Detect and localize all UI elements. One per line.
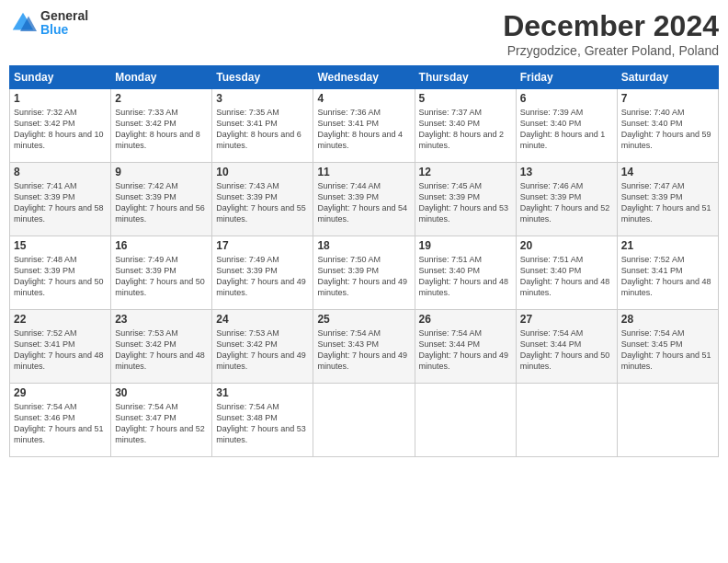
day-cell-18: 18 Sunrise: 7:50 AM Sunset: 3:39 PM Dayl…	[313, 236, 415, 310]
location-title: Przygodzice, Greater Poland, Poland	[503, 43, 719, 58]
day-cell-22: 22 Sunrise: 7:52 AM Sunset: 3:41 PM Dayl…	[10, 310, 111, 384]
day-cell-3: 3 Sunrise: 7:35 AM Sunset: 3:41 PM Dayli…	[212, 89, 313, 163]
calendar-week-2: 8 Sunrise: 7:41 AM Sunset: 3:39 PM Dayli…	[10, 163, 719, 236]
day-number: 28	[621, 313, 714, 326]
day-number: 17	[216, 239, 309, 252]
weekday-header-thursday: Thursday	[415, 66, 516, 89]
day-cell-8: 8 Sunrise: 7:41 AM Sunset: 3:39 PM Dayli…	[10, 163, 111, 236]
day-number: 18	[317, 239, 410, 252]
day-cell-30: 30 Sunrise: 7:54 AM Sunset: 3:47 PM Dayl…	[111, 384, 212, 457]
logo-general: General	[40, 9, 88, 23]
day-cell-4: 4 Sunrise: 7:36 AM Sunset: 3:41 PM Dayli…	[313, 89, 415, 163]
day-number: 31	[216, 386, 309, 399]
day-info: Sunrise: 7:40 AM Sunset: 3:40 PM Dayligh…	[621, 107, 714, 152]
day-number: 22	[14, 313, 107, 326]
day-number: 12	[419, 166, 512, 178]
day-number: 26	[419, 313, 512, 326]
day-cell-24: 24 Sunrise: 7:53 AM Sunset: 3:42 PM Dayl…	[212, 310, 313, 384]
calendar-week-3: 15 Sunrise: 7:48 AM Sunset: 3:39 PM Dayl…	[10, 236, 719, 310]
weekday-header-tuesday: Tuesday	[212, 66, 313, 89]
weekday-header-friday: Friday	[516, 66, 617, 89]
day-info: Sunrise: 7:32 AM Sunset: 3:42 PM Dayligh…	[14, 107, 107, 152]
day-number: 20	[520, 239, 613, 252]
day-cell-12: 12 Sunrise: 7:45 AM Sunset: 3:39 PM Dayl…	[415, 163, 516, 236]
day-info: Sunrise: 7:52 AM Sunset: 3:41 PM Dayligh…	[621, 254, 714, 299]
day-number: 25	[317, 313, 410, 326]
day-number: 3	[216, 92, 309, 105]
day-cell-17: 17 Sunrise: 7:49 AM Sunset: 3:39 PM Dayl…	[212, 236, 313, 310]
day-cell-15: 15 Sunrise: 7:48 AM Sunset: 3:39 PM Dayl…	[10, 236, 111, 310]
day-info: Sunrise: 7:49 AM Sunset: 3:39 PM Dayligh…	[115, 254, 208, 299]
day-cell-31: 31 Sunrise: 7:54 AM Sunset: 3:48 PM Dayl…	[212, 384, 313, 457]
day-info: Sunrise: 7:35 AM Sunset: 3:41 PM Dayligh…	[216, 107, 309, 152]
day-info: Sunrise: 7:48 AM Sunset: 3:39 PM Dayligh…	[14, 254, 107, 299]
day-info: Sunrise: 7:47 AM Sunset: 3:39 PM Dayligh…	[621, 180, 714, 225]
day-cell-5: 5 Sunrise: 7:37 AM Sunset: 3:40 PM Dayli…	[415, 89, 516, 163]
day-info: Sunrise: 7:54 AM Sunset: 3:44 PM Dayligh…	[520, 327, 613, 373]
day-cell-11: 11 Sunrise: 7:44 AM Sunset: 3:39 PM Dayl…	[313, 163, 415, 236]
day-cell-26: 26 Sunrise: 7:54 AM Sunset: 3:44 PM Dayl…	[415, 310, 516, 384]
day-number: 7	[621, 92, 714, 105]
day-info: Sunrise: 7:33 AM Sunset: 3:42 PM Dayligh…	[115, 107, 208, 152]
day-cell-28: 28 Sunrise: 7:54 AM Sunset: 3:45 PM Dayl…	[617, 310, 718, 384]
day-number: 14	[621, 166, 714, 178]
day-info: Sunrise: 7:54 AM Sunset: 3:45 PM Dayligh…	[621, 327, 714, 373]
day-number: 19	[419, 239, 512, 252]
day-info: Sunrise: 7:54 AM Sunset: 3:44 PM Dayligh…	[419, 327, 512, 373]
day-number: 9	[115, 166, 208, 178]
day-info: Sunrise: 7:49 AM Sunset: 3:39 PM Dayligh…	[216, 254, 309, 299]
day-info: Sunrise: 7:54 AM Sunset: 3:48 PM Dayligh…	[216, 401, 309, 446]
day-info: Sunrise: 7:42 AM Sunset: 3:39 PM Dayligh…	[115, 180, 208, 225]
day-cell-16: 16 Sunrise: 7:49 AM Sunset: 3:39 PM Dayl…	[111, 236, 212, 310]
day-number: 2	[115, 92, 208, 105]
calendar-table: SundayMondayTuesdayWednesdayThursdayFrid…	[9, 65, 719, 457]
day-info: Sunrise: 7:36 AM Sunset: 3:41 PM Dayligh…	[317, 107, 410, 152]
day-cell-9: 9 Sunrise: 7:42 AM Sunset: 3:39 PM Dayli…	[111, 163, 212, 236]
day-number: 15	[14, 239, 107, 252]
day-number: 23	[115, 313, 208, 326]
day-info: Sunrise: 7:54 AM Sunset: 3:47 PM Dayligh…	[115, 401, 208, 446]
day-info: Sunrise: 7:53 AM Sunset: 3:42 PM Dayligh…	[115, 327, 208, 373]
day-info: Sunrise: 7:41 AM Sunset: 3:39 PM Dayligh…	[14, 180, 107, 225]
weekday-header-monday: Monday	[111, 66, 212, 89]
weekday-header-row: SundayMondayTuesdayWednesdayThursdayFrid…	[10, 66, 719, 89]
calendar-week-4: 22 Sunrise: 7:52 AM Sunset: 3:41 PM Dayl…	[10, 310, 719, 384]
day-number: 6	[520, 92, 613, 105]
logo-text: General Blue	[40, 9, 88, 38]
empty-cell	[516, 384, 617, 457]
day-info: Sunrise: 7:51 AM Sunset: 3:40 PM Dayligh…	[419, 254, 512, 299]
day-info: Sunrise: 7:45 AM Sunset: 3:39 PM Dayligh…	[419, 180, 512, 225]
day-cell-6: 6 Sunrise: 7:39 AM Sunset: 3:40 PM Dayli…	[516, 89, 617, 163]
weekday-header-sunday: Sunday	[10, 66, 111, 89]
day-info: Sunrise: 7:53 AM Sunset: 3:42 PM Dayligh…	[216, 327, 309, 373]
empty-cell	[313, 384, 415, 457]
logo-blue: Blue	[40, 23, 88, 37]
day-cell-23: 23 Sunrise: 7:53 AM Sunset: 3:42 PM Dayl…	[111, 310, 212, 384]
day-info: Sunrise: 7:37 AM Sunset: 3:40 PM Dayligh…	[419, 107, 512, 152]
day-number: 13	[520, 166, 613, 178]
day-cell-25: 25 Sunrise: 7:54 AM Sunset: 3:43 PM Dayl…	[313, 310, 415, 384]
weekday-header-saturday: Saturday	[617, 66, 718, 89]
day-number: 10	[216, 166, 309, 178]
day-cell-14: 14 Sunrise: 7:47 AM Sunset: 3:39 PM Dayl…	[617, 163, 718, 236]
day-info: Sunrise: 7:54 AM Sunset: 3:43 PM Dayligh…	[317, 327, 410, 373]
logo-icon	[9, 9, 37, 37]
day-number: 16	[115, 239, 208, 252]
day-cell-13: 13 Sunrise: 7:46 AM Sunset: 3:39 PM Dayl…	[516, 163, 617, 236]
day-info: Sunrise: 7:39 AM Sunset: 3:40 PM Dayligh…	[520, 107, 613, 152]
day-cell-10: 10 Sunrise: 7:43 AM Sunset: 3:39 PM Dayl…	[212, 163, 313, 236]
day-info: Sunrise: 7:52 AM Sunset: 3:41 PM Dayligh…	[14, 327, 107, 373]
title-block: December 2024 Przygodzice, Greater Polan…	[503, 9, 719, 58]
day-number: 30	[115, 386, 208, 399]
empty-cell	[415, 384, 516, 457]
day-info: Sunrise: 7:46 AM Sunset: 3:39 PM Dayligh…	[520, 180, 613, 225]
day-cell-20: 20 Sunrise: 7:51 AM Sunset: 3:40 PM Dayl…	[516, 236, 617, 310]
day-cell-29: 29 Sunrise: 7:54 AM Sunset: 3:46 PM Dayl…	[10, 384, 111, 457]
day-cell-27: 27 Sunrise: 7:54 AM Sunset: 3:44 PM Dayl…	[516, 310, 617, 384]
day-number: 4	[317, 92, 410, 105]
day-cell-7: 7 Sunrise: 7:40 AM Sunset: 3:40 PM Dayli…	[617, 89, 718, 163]
calendar-week-1: 1 Sunrise: 7:32 AM Sunset: 3:42 PM Dayli…	[10, 89, 719, 163]
day-info: Sunrise: 7:43 AM Sunset: 3:39 PM Dayligh…	[216, 180, 309, 225]
day-number: 24	[216, 313, 309, 326]
day-number: 1	[14, 92, 107, 105]
